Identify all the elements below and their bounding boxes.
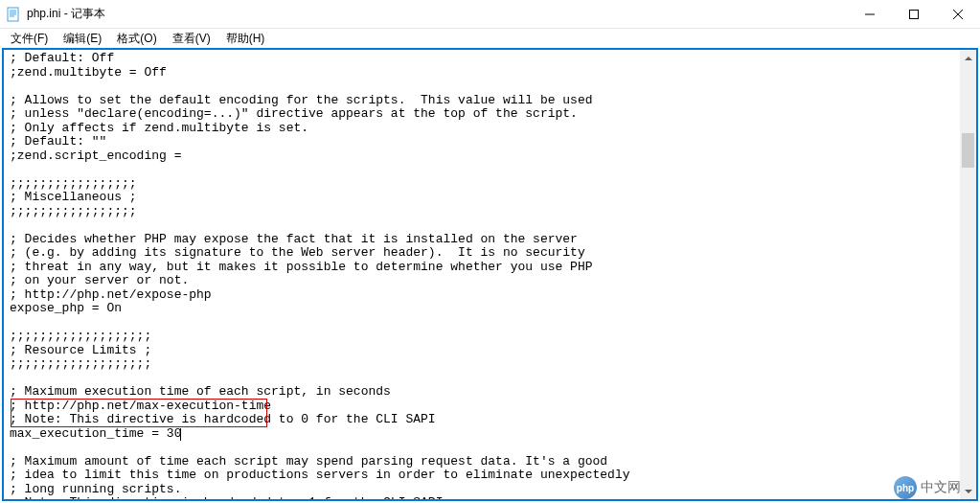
scroll-up-button[interactable] bbox=[960, 50, 976, 66]
text-caret bbox=[180, 428, 181, 441]
menu-help[interactable]: 帮助(H) bbox=[219, 30, 272, 48]
menu-view[interactable]: 查看(V) bbox=[166, 30, 217, 48]
watermark-logo-icon: php bbox=[894, 476, 917, 499]
close-button[interactable] bbox=[936, 0, 980, 28]
window-title: php.ini - 记事本 bbox=[27, 6, 105, 22]
scroll-thumb[interactable] bbox=[962, 133, 974, 168]
maximize-button[interactable] bbox=[892, 0, 936, 28]
menu-edit[interactable]: 编辑(E) bbox=[57, 30, 108, 48]
minimize-button[interactable] bbox=[848, 0, 892, 28]
menu-file[interactable]: 文件(F) bbox=[4, 30, 55, 48]
menubar: 文件(F) 编辑(E) 格式(O) 查看(V) 帮助(H) bbox=[0, 29, 980, 48]
window-controls bbox=[848, 0, 980, 28]
svg-marker-9 bbox=[965, 57, 972, 60]
watermark: php 中文网 bbox=[894, 476, 961, 499]
svg-rect-6 bbox=[910, 10, 919, 18]
notepad-icon bbox=[6, 7, 21, 22]
svg-marker-10 bbox=[965, 490, 972, 493]
menu-format[interactable]: 格式(O) bbox=[110, 30, 163, 48]
scroll-down-button[interactable] bbox=[960, 483, 976, 499]
titlebar: php.ini - 记事本 bbox=[0, 0, 980, 29]
scroll-track[interactable] bbox=[960, 66, 976, 483]
watermark-text: 中文网 bbox=[921, 479, 961, 496]
text-editor[interactable]: ; Default: Off ;zend.multibyte = Off ; A… bbox=[4, 50, 976, 499]
editor-area: ; Default: Off ;zend.multibyte = Off ; A… bbox=[2, 48, 978, 501]
vertical-scrollbar[interactable] bbox=[960, 50, 976, 499]
